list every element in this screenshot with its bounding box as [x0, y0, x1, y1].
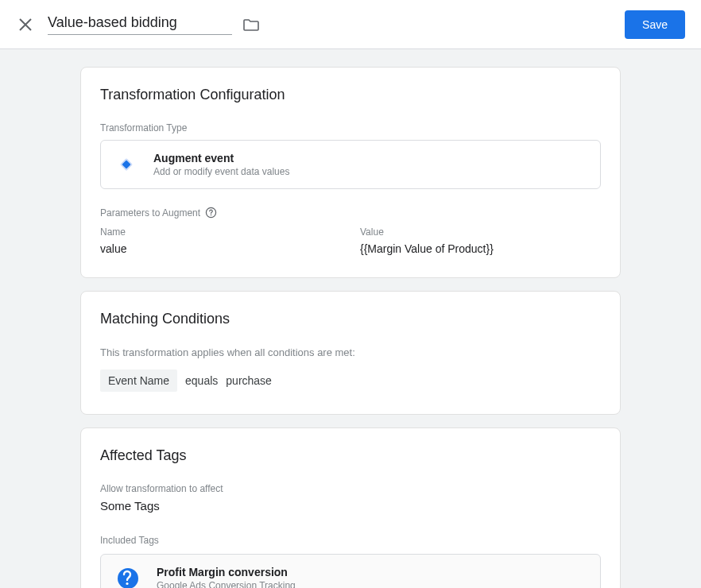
page-title-input[interactable]	[48, 14, 232, 35]
content-area: Transformation Configuration Transformat…	[0, 49, 701, 588]
type-box-text: Augment event Add or modify event data v…	[153, 152, 289, 177]
type-desc: Add or modify event data values	[153, 166, 289, 177]
params-header-text: Parameters to Augment	[100, 207, 200, 219]
value-header: Value	[360, 226, 601, 238]
affected-title: Affected Tags	[100, 447, 601, 464]
affected-tags-card: Affected Tags Allow transformation to af…	[80, 427, 621, 588]
params-header: Parameters to Augment	[100, 207, 601, 219]
param-name: value	[100, 242, 341, 255]
param-value-col: Value {{Margin Value of Product}}	[360, 226, 601, 255]
close-icon[interactable]	[16, 15, 35, 34]
svg-point-5	[126, 582, 128, 585]
condition-value: purchase	[226, 374, 272, 387]
allow-label: Allow transformation to affect	[100, 483, 601, 494]
config-title: Transformation Configuration	[100, 87, 601, 103]
svg-point-3	[211, 215, 212, 216]
header-bar: Save	[0, 0, 701, 49]
google-ads-icon	[115, 566, 141, 588]
param-value: {{Margin Value of Product}}	[360, 242, 601, 255]
transformation-type-selector[interactable]: Augment event Add or modify event data v…	[100, 140, 601, 189]
included-tag[interactable]: Profit Margin conversion Google Ads Conv…	[100, 554, 601, 588]
matching-title: Matching Conditions	[100, 311, 601, 327]
type-label: Transformation Type	[100, 122, 601, 133]
name-header: Name	[100, 226, 341, 238]
transformation-config-card: Transformation Configuration Transformat…	[80, 67, 621, 278]
tag-text: Profit Margin conversion Google Ads Conv…	[157, 566, 296, 588]
save-button[interactable]: Save	[625, 10, 685, 39]
params-row: Name value Value {{Margin Value of Produ…	[100, 226, 601, 255]
allow-value: Some Tags	[100, 499, 601, 513]
tag-type: Google Ads Conversion Tracking	[157, 580, 296, 588]
condition-operator: equals	[185, 374, 218, 387]
matching-conditions-card: Matching Conditions This transformation …	[80, 291, 621, 415]
param-name-col: Name value	[100, 226, 341, 255]
condition-field: Event Name	[100, 369, 177, 392]
augment-event-icon	[115, 153, 137, 176]
included-label: Included Tags	[100, 535, 601, 546]
type-name: Augment event	[153, 152, 289, 164]
matching-helper: This transformation applies when all con…	[100, 346, 601, 358]
folder-icon[interactable]	[243, 17, 259, 32]
condition-row: Event Name equals purchase	[100, 369, 601, 392]
help-icon[interactable]	[205, 207, 217, 219]
tag-name: Profit Margin conversion	[157, 566, 296, 578]
